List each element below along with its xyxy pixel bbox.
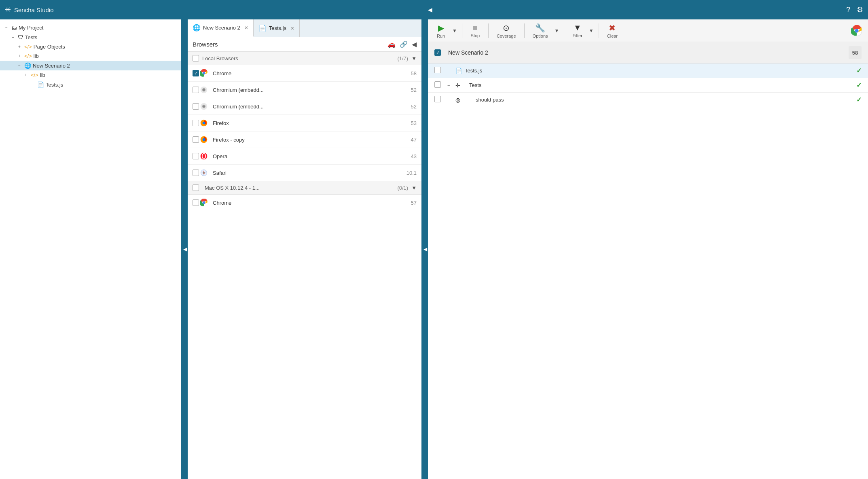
sidebar-item-lib2[interactable]: + </> lib: [0, 70, 181, 80]
run-dropdown-icon[interactable]: ▼: [452, 28, 457, 34]
settings-icon[interactable]: ⚙: [857, 5, 863, 14]
sidebar-item-label: New Scenario 2: [33, 63, 70, 69]
result-toggle-tests[interactable]: −: [447, 83, 454, 88]
sidebar-item-lib[interactable]: + </> lib: [0, 51, 181, 61]
coverage-label: Coverage: [497, 34, 516, 38]
sidebar-item-page-objects[interactable]: + </> Page Objects: [0, 42, 181, 51]
result-item-should-pass: ◎ should pass ✓: [428, 93, 868, 107]
toggle-icon[interactable]: +: [23, 73, 29, 77]
stop-button[interactable]: ■ Stop: [467, 22, 483, 39]
title-bar: ✳ Sencha Studio ◀ ? ⚙: [0, 0, 868, 19]
browser-item-safari[interactable]: Safari 10.1: [188, 165, 421, 181]
chromium-icon: [199, 85, 209, 95]
browser-checkbox-firefox-copy[interactable]: [193, 136, 199, 143]
header-icons: ? ⚙: [846, 5, 863, 14]
options-label: Options: [533, 34, 548, 38]
result-name-tests-js: Tests.js: [465, 68, 856, 74]
result-move-icon: ✛: [455, 82, 460, 89]
browser-version-opera: 43: [411, 153, 417, 159]
sidebar-item-label: My Project: [19, 25, 43, 31]
scenario-checkbox[interactable]: [434, 49, 444, 56]
browser-item-chromium1[interactable]: Chromium (embedd... 52: [188, 82, 421, 98]
car-icon[interactable]: 🚗: [387, 40, 396, 48]
scenario-score: 58: [852, 50, 858, 56]
scenario-name: New Scenario 2: [448, 49, 849, 56]
browsers-header-actions: 🚗 🔗 ◀: [387, 40, 417, 48]
center-collapse-handle[interactable]: ◀: [422, 19, 428, 479]
collapse-browsers-icon[interactable]: ◀: [412, 40, 417, 48]
sidebar-item-new-scenario-2[interactable]: − 🌐 New Scenario 2: [0, 61, 181, 70]
run-button[interactable]: ▶ Run: [433, 22, 449, 39]
scenario-score-badge: 58: [849, 46, 862, 59]
clear-button[interactable]: ✖ Clear: [604, 22, 621, 39]
browser-checkbox-safari[interactable]: [193, 170, 199, 176]
result-toggle-tests-js[interactable]: −: [447, 68, 454, 73]
browser-checkbox-chromium1[interactable]: [193, 87, 199, 93]
filter-button[interactable]: ▼ Filter: [569, 22, 585, 39]
clear-icon: ✖: [609, 23, 616, 33]
browser-item-chromium2[interactable]: Chromium (embedd... 52: [188, 98, 421, 115]
sidebar-item-my-project[interactable]: − 🗂 My Project: [0, 23, 181, 32]
tab-close-btn[interactable]: ✕: [290, 25, 294, 31]
sidebar-item-tests-js[interactable]: 📄 Tests.js: [0, 80, 181, 89]
browser-name-chrome: Chrome: [213, 70, 411, 76]
browser-checkbox-opera[interactable]: [193, 153, 199, 159]
browser-item-firefox[interactable]: Firefox 53: [188, 115, 421, 131]
browser-checkbox-firefox[interactable]: [193, 120, 199, 126]
filter-dropdown-icon[interactable]: ▼: [589, 28, 594, 34]
browser-item-chrome-remote[interactable]: Chrome 57: [188, 195, 421, 211]
browser-checkbox-chromium2[interactable]: [193, 103, 199, 110]
svg-point-10: [203, 138, 205, 141]
sidebar-item-label: Tests.js: [46, 82, 63, 88]
browser-version-firefox-copy: 47: [411, 137, 417, 143]
group-checkbox-local[interactable]: [193, 55, 199, 61]
sidebar-item-label: lib: [40, 72, 45, 78]
group-expand-icon[interactable]: ▼: [411, 185, 417, 191]
browser-item-opera[interactable]: Opera 43: [188, 148, 421, 165]
group-expand-icon[interactable]: ▼: [411, 55, 417, 61]
browser-checkbox-chrome[interactable]: [193, 70, 199, 76]
toggle-icon[interactable]: +: [16, 45, 23, 49]
toggle-icon[interactable]: −: [16, 64, 23, 68]
tab-tests-js[interactable]: 📄 Tests.js ✕: [254, 19, 300, 37]
toggle-icon[interactable]: −: [10, 35, 16, 40]
group-count-macos: (0/1): [397, 185, 408, 191]
browser-item-chrome[interactable]: Chrome 58: [188, 65, 421, 82]
browser-version-chrome: 58: [411, 70, 417, 76]
browser-version-chromium1: 52: [411, 87, 417, 93]
result-checkbox-tests[interactable]: [434, 81, 444, 89]
tab-bar: 🌐 New Scenario 2 ✕ 📄 Tests.js ✕: [188, 19, 421, 37]
result-checkbox-should-pass[interactable]: [434, 96, 444, 104]
tab-close-btn[interactable]: ✕: [244, 25, 248, 31]
result-status-tests-js: ✓: [856, 67, 862, 74]
tab-new-scenario-2[interactable]: 🌐 New Scenario 2 ✕: [188, 19, 254, 37]
filter-icon: ▼: [574, 23, 582, 32]
help-icon[interactable]: ?: [846, 6, 850, 14]
browser-name-firefox-copy: Firefox - copy: [213, 137, 411, 143]
main-layout: − 🗂 My Project − 🛡 Tests + </> Page Obje…: [0, 19, 868, 479]
browser-group-macos: Mac OS X 10.12.4 - 1... (0/1) ▼: [188, 181, 421, 195]
sidebar-collapse-btn[interactable]: ◀: [428, 6, 432, 13]
coverage-button[interactable]: ⊙ Coverage: [493, 22, 519, 39]
toggle-icon[interactable]: −: [3, 25, 10, 30]
sidebar-item-tests[interactable]: − 🛡 Tests: [0, 32, 181, 42]
result-script-icon: 📄: [455, 68, 462, 74]
sidebar-collapse-handle[interactable]: ◀: [182, 19, 188, 479]
toolbar: ▶ Run ▼ ■ Stop ⊙ Coverage 🔧 Options ▼: [428, 19, 868, 42]
group-checkbox-macos[interactable]: [193, 184, 199, 191]
browser-item-firefox-copy[interactable]: Firefox - copy 47: [188, 131, 421, 148]
browser-name-safari: Safari: [213, 170, 406, 176]
stop-icon: ■: [473, 23, 478, 32]
filter-label: Filter: [572, 33, 582, 38]
options-dropdown-icon[interactable]: ▼: [555, 28, 559, 34]
opera-icon: [199, 151, 209, 161]
result-checkbox-tests-js[interactable]: [434, 67, 444, 74]
link-icon[interactable]: 🔗: [400, 40, 408, 48]
options-button[interactable]: 🔧 Options: [529, 22, 551, 39]
toggle-icon[interactable]: +: [16, 54, 23, 58]
browser-checkbox-chrome-remote[interactable]: [193, 199, 199, 206]
separator1: [462, 23, 462, 38]
browser-version-chrome-remote: 57: [411, 200, 417, 206]
result-status-tests: ✓: [856, 81, 862, 89]
briefcase-icon: 🗂: [11, 24, 17, 31]
